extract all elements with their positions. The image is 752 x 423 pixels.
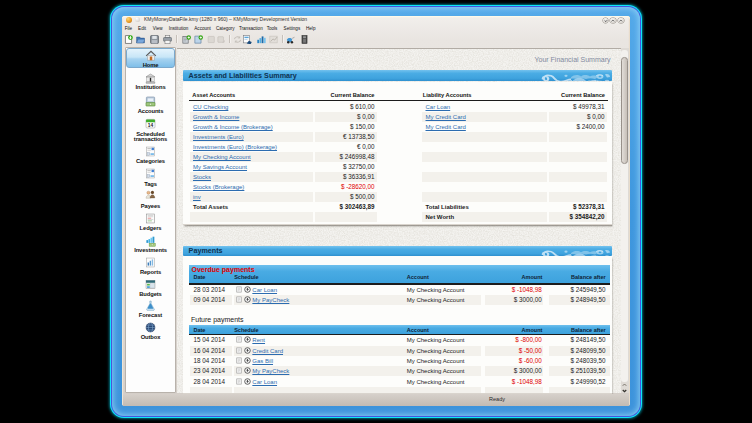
svg-text:14: 14 xyxy=(148,122,154,127)
